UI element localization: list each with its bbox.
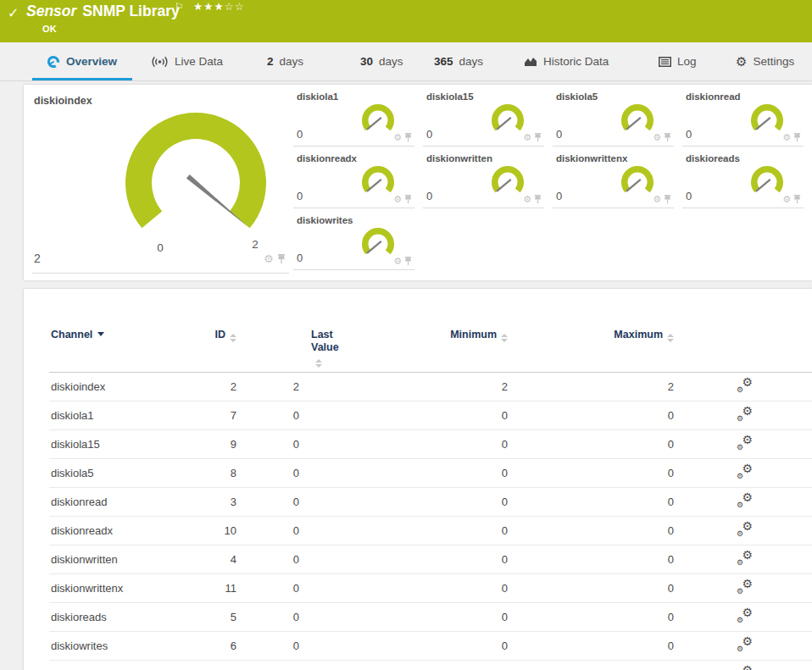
tab-historic-data[interactable]: Historic Data: [524, 42, 609, 80]
gauge-tile[interactable]: diskioreads 0 ⚙: [682, 147, 812, 208]
tab-30-days[interactable]: 30 days: [360, 42, 403, 80]
tab-live-data[interactable]: Live Data: [151, 42, 223, 80]
pin-icon[interactable]: [277, 254, 286, 264]
status-check-icon: ✓: [8, 5, 19, 21]
edit-channel-gears-icon[interactable]: ⚙ ⚙: [737, 667, 753, 670]
channel-row: diskionwrittenx 11 0 0 0 ⚙ ⚙: [49, 574, 812, 603]
column-header-channel[interactable]: Channel: [49, 323, 182, 373]
gauge-tile[interactable]: diskionread 0 ⚙: [682, 85, 812, 147]
channel-name: diskioindex: [49, 373, 182, 401]
channel-maximum: 0: [511, 459, 677, 488]
priority-stars[interactable]: ★★★☆☆: [193, 0, 245, 13]
channel-last-value: 0: [240, 545, 303, 574]
tile-gear-icon[interactable]: ⚙: [782, 133, 791, 142]
channel-minimum: 0: [303, 517, 511, 545]
tile-gear-icon[interactable]: ⚙: [393, 257, 402, 266]
tab-365-days-number: 365: [434, 55, 453, 68]
mini-gauge: [358, 165, 398, 202]
gauge-tile[interactable]: diskiola15 0 ⚙: [423, 85, 553, 147]
tile-gear-icon[interactable]: ⚙: [523, 133, 531, 142]
tab-historic-label: Historic Data: [543, 55, 609, 68]
tab-2-days[interactable]: 2 days: [267, 42, 303, 80]
tile-actions: ⚙: [393, 133, 412, 142]
edit-channel-gears-icon[interactable]: ⚙ ⚙: [737, 379, 753, 392]
gauge-tile-value: 0: [556, 190, 562, 202]
pin-icon[interactable]: [404, 257, 412, 266]
pin-icon[interactable]: [664, 195, 671, 204]
pin-icon[interactable]: [534, 195, 542, 204]
sort-icon: [667, 334, 674, 342]
column-header-last-value[interactable]: Last Value: [240, 323, 303, 373]
pin-icon[interactable]: [793, 195, 801, 204]
tab-settings[interactable]: ⚙ Settings: [736, 42, 794, 80]
edit-channel-gears-icon[interactable]: ⚙ ⚙: [737, 465, 753, 479]
channel-minimum: [303, 661, 511, 670]
channel-row: diskiola1 7 0 0 0 ⚙ ⚙: [49, 401, 812, 430]
tile-gear-icon[interactable]: ⚙: [264, 253, 274, 264]
main-tile-actions: ⚙: [264, 253, 286, 264]
tab-overview-label: Overview: [66, 55, 117, 68]
mini-gauge: [487, 165, 528, 202]
edit-channel-gears-icon[interactable]: ⚙ ⚙: [737, 551, 753, 565]
tile-gear-icon[interactable]: ⚙: [523, 195, 531, 204]
channel-minimum: 0: [303, 574, 511, 603]
column-header-channel-label: Channel: [51, 329, 92, 341]
pin-icon[interactable]: [404, 133, 412, 142]
pin-icon[interactable]: [664, 133, 671, 142]
tile-actions: ⚙: [523, 195, 542, 204]
tile-divider: [32, 273, 289, 274]
edit-channel-gears-icon[interactable]: ⚙ ⚙: [737, 436, 753, 450]
edit-channel-gears-icon[interactable]: ⚙ ⚙: [737, 609, 753, 623]
gauge-tile[interactable]: diskiola5 0 ⚙: [553, 85, 682, 147]
channel-row: diskioindex 2 2 2 2 ⚙ ⚙: [49, 373, 812, 401]
gauge-tile-title: diskiola15: [426, 91, 474, 102]
pin-icon[interactable]: [534, 133, 542, 142]
column-header-maximum[interactable]: Maximum: [511, 323, 677, 373]
channels-table: Channel ID Last Value Minimum Maximum: [49, 323, 812, 670]
channel-minimum: 2: [303, 373, 511, 401]
gauge-tile[interactable]: diskionwritten 0 ⚙: [423, 147, 553, 208]
flag-icon[interactable]: ⚐: [175, 1, 184, 13]
tab-log[interactable]: Log: [659, 42, 697, 80]
gear-large-icon: ⚙: [742, 520, 753, 532]
tab-overview[interactable]: Overview: [47, 42, 117, 80]
pin-icon[interactable]: [404, 195, 412, 204]
column-header-value-label: Value: [311, 341, 339, 353]
tile-gear-icon[interactable]: ⚙: [393, 195, 402, 204]
channel-id: 4: [182, 545, 240, 574]
tab-2-days-unit: days: [280, 55, 304, 68]
channel-last-value: 0: [240, 574, 303, 603]
column-header-id[interactable]: ID: [182, 323, 240, 373]
gauge-tile[interactable]: diskiowrites 0 ⚙: [293, 208, 423, 270]
mini-gauge: [747, 165, 787, 202]
sort-icon: [230, 334, 236, 342]
tile-gear-icon[interactable]: ⚙: [653, 133, 661, 142]
gauge-tile[interactable]: diskiola1 0 ⚙: [293, 85, 423, 147]
mini-gauge: [747, 103, 787, 141]
gear-large-icon: ⚙: [742, 606, 753, 618]
pin-icon[interactable]: [793, 133, 801, 142]
tile-actions: ⚙: [393, 257, 412, 266]
column-header-minimum-label: Minimum: [450, 329, 497, 341]
tile-gear-icon[interactable]: ⚙: [782, 195, 791, 204]
channel-row: diskiowrites 6 0 0 0 ⚙ ⚙: [49, 632, 812, 661]
channel-maximum: 0: [511, 517, 677, 545]
channel-id: 3: [182, 488, 240, 517]
edit-channel-gears-icon[interactable]: ⚙ ⚙: [737, 580, 753, 594]
tile-gear-icon[interactable]: ⚙: [653, 195, 661, 204]
area-chart-icon: [524, 56, 537, 67]
main-gauge-title: diskioindex: [34, 95, 92, 107]
edit-channel-gears-icon[interactable]: ⚙ ⚙: [737, 494, 753, 507]
edit-channel-gears-icon[interactable]: ⚙ ⚙: [737, 407, 753, 421]
gear-small-icon: ⚙: [737, 559, 743, 567]
gauge-tile[interactable]: diskionreadx 0 ⚙: [293, 147, 423, 208]
edit-channel-gears-icon[interactable]: ⚙ ⚙: [737, 523, 753, 536]
gear-small-icon: ⚙: [737, 386, 743, 394]
tab-365-days[interactable]: 365 days: [434, 42, 483, 80]
tile-gear-icon[interactable]: ⚙: [393, 133, 402, 142]
channel-name: Downtime: [49, 661, 182, 670]
edit-channel-gears-icon[interactable]: ⚙ ⚙: [737, 638, 753, 651]
gear-small-icon: ⚙: [737, 617, 743, 624]
channel-minimum: 0: [303, 430, 511, 459]
gauge-tile[interactable]: diskionwrittenx 0 ⚙: [553, 147, 682, 208]
